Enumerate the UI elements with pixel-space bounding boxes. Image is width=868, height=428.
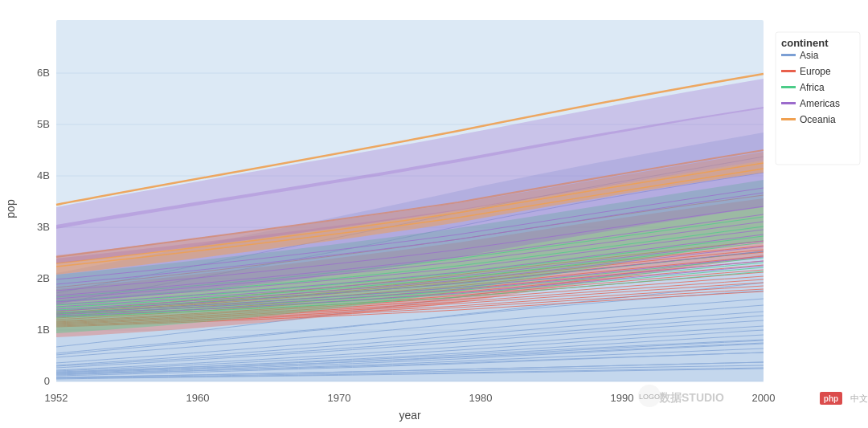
svg-text:Africa: Africa xyxy=(800,82,825,93)
svg-rect-28 xyxy=(781,70,796,72)
svg-text:0: 0 xyxy=(44,375,50,387)
svg-text:数据STUDIO: 数据STUDIO xyxy=(658,391,724,404)
svg-text:1980: 1980 xyxy=(469,392,493,404)
svg-text:year: year xyxy=(399,409,421,422)
svg-rect-34 xyxy=(781,118,796,120)
svg-text:6B: 6B xyxy=(37,67,50,79)
chart-svg: 0 1B 2B 3B 4B 5B 6B pop 1952 1960 1970 1… xyxy=(0,0,868,428)
svg-text:1990: 1990 xyxy=(611,392,634,404)
svg-text:5B: 5B xyxy=(37,118,50,130)
svg-text:1B: 1B xyxy=(37,324,50,336)
svg-text:php: php xyxy=(824,394,838,403)
svg-rect-32 xyxy=(781,102,796,104)
svg-rect-26 xyxy=(781,54,796,56)
svg-text:1960: 1960 xyxy=(186,392,210,404)
svg-text:Americas: Americas xyxy=(800,98,840,109)
svg-text:3B: 3B xyxy=(37,221,50,233)
svg-text:1970: 1970 xyxy=(328,392,351,404)
svg-text:中文网: 中文网 xyxy=(850,393,868,403)
svg-text:2B: 2B xyxy=(37,272,50,284)
svg-text:2000: 2000 xyxy=(752,392,776,404)
svg-text:LOGO: LOGO xyxy=(639,393,660,401)
chart-container: 0 1B 2B 3B 4B 5B 6B pop 1952 1960 1970 1… xyxy=(0,0,868,428)
svg-text:1952: 1952 xyxy=(45,392,68,404)
svg-rect-30 xyxy=(781,86,796,88)
svg-text:continent: continent xyxy=(781,37,829,49)
svg-text:Oceania: Oceania xyxy=(800,114,836,125)
svg-text:Asia: Asia xyxy=(800,50,819,61)
svg-text:pop: pop xyxy=(4,199,17,218)
svg-text:4B: 4B xyxy=(37,169,50,181)
svg-text:Europe: Europe xyxy=(800,66,831,77)
